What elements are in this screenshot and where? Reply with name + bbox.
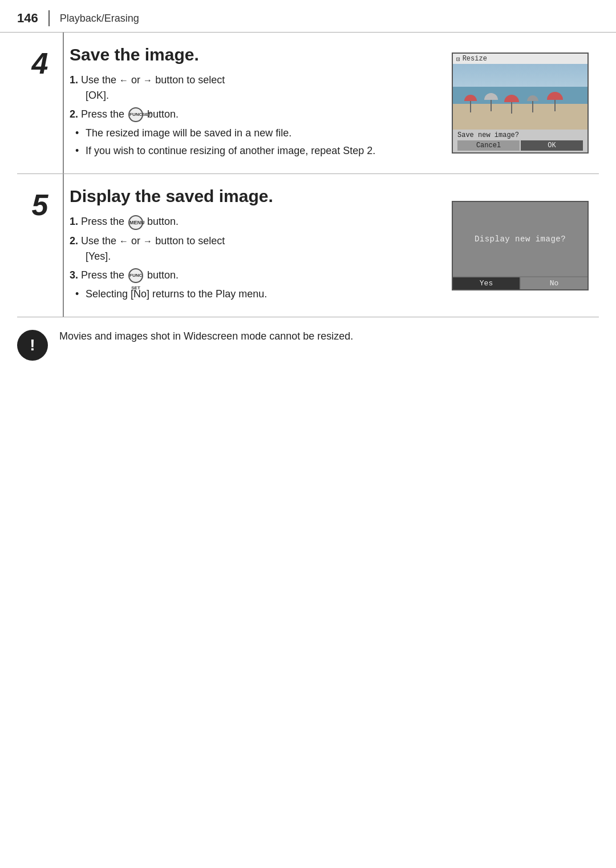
right-arrow-icon: → [143,75,152,85]
step5-i2-num: 2. Use the [70,235,119,247]
cam4-save-text: Save new image? [457,131,583,139]
step5-i2-or: or [131,235,140,247]
step5-i3-suffix: button. [147,269,179,281]
cam4-image-area [453,64,587,130]
cam5-display-text: Display new image? [475,235,566,244]
step-5-number-col: 5 [17,174,63,317]
umbrella-top-4 [527,95,538,101]
step5-func-set-button-icon: FUNC SET [128,268,143,283]
step-5-instruction-2: 2. Use the ← or → button to select [Yes]… [70,233,433,264]
step-4-content: Save the image. 1. Use the ← or → button… [63,33,445,173]
umbrella-pole-1 [470,101,471,112]
step5-i3-num: 3. Press the [70,269,127,281]
umbrella-pole-3 [511,102,512,114]
cam5-no-button: No [521,277,587,289]
page-header: 146 Playback/Erasing [0,0,616,33]
step4-i1-value: [OK]. [86,90,109,101]
func-set-button-icon: FUNCSET [128,107,143,122]
umbrella-3 [504,95,519,114]
umbrella-pole-2 [491,100,492,111]
umbrella-1 [464,95,477,112]
step5-left-arrow-icon: ← [119,236,128,246]
warning-exclamation: ! [30,336,35,354]
umbrella-top-2 [484,93,498,100]
header-divider [48,10,50,26]
step-5-number: 5 [32,190,48,220]
cam4-topbar-label: Resize [463,55,487,63]
step-4-instruction-2: 2. Press the FUNCSET button. [70,107,433,122]
step-4-bullet-2: If you wish to continue resizing of anot… [75,143,433,159]
step-4-camera-screen: ⊡ Resize [452,53,589,154]
umbrella-pole-5 [554,100,556,111]
umbrella-top-3 [504,95,519,102]
page-number: 146 [17,11,38,26]
step-4-bullets: The resized image will be saved in a new… [75,126,433,159]
step4-i1-suffix: button to select [155,74,225,86]
step-4-number: 4 [32,49,48,78]
step-4-instruction-1: 1. Use the ← or → button to select [OK]. [70,72,433,103]
step4-i1-or: or [131,74,140,86]
umbrella-top-1 [464,95,477,101]
warning-icon: ! [17,330,48,361]
step-5-instruction-1: 1. Press the MENU button. [70,214,433,229]
step-4-bullet-1: The resized image will be saved in a new… [75,126,433,141]
step-5-instruction-3: 3. Press the FUNC SET button. [70,268,433,283]
cam5-main-area: Display new image? [453,202,587,276]
cam5-yes-button: Yes [453,277,520,289]
step-4-row: 4 Save the image. 1. Use the ← or → butt… [17,33,599,174]
umbrella-pole-4 [532,101,533,112]
page-header-title: Playback/Erasing [60,13,139,25]
cam5-buttons-row: Yes No [453,277,587,289]
step5-i2-value: [Yes]. [86,251,111,262]
step-5-row: 5 Display the saved image. 1. Press the … [17,174,599,317]
cam4-ok-button: OK [521,140,583,151]
step-5-bullets: Selecting [No] returns to the Play menu. [75,286,433,302]
step-5-content: Display the saved image. 1. Press the ME… [63,174,445,317]
cam4-cancel-button: Cancel [457,140,520,151]
step-4-image-col: ⊡ Resize [445,33,599,173]
step-5-camera-screen: Display new image? Yes No [452,201,589,290]
step4-i2-suffix: button. [147,108,179,120]
step-5-title: Display the saved image. [70,187,433,206]
umbrella-top-5 [547,92,563,100]
step4-i2-num: 2. Press the [70,108,127,120]
warning-box: ! Movies and images shot in Widescreen m… [0,317,616,372]
cam4-buttons-row: Cancel OK [457,140,583,151]
menu-button-icon: MENU [128,215,143,230]
step-4-number-col: 4 [17,33,63,173]
umbrella-4 [527,95,538,112]
step-4-title: Save the image. [70,45,433,64]
step5-i1-num: 1. Press the [70,216,127,227]
step5-i1-suffix: button. [147,216,179,227]
umbrella-2 [484,93,498,111]
cam4-topbar: ⊡ Resize [453,54,587,64]
step4-i1-num: 1. Use the [70,74,119,86]
warning-text: Movies and images shot in Widescreen mod… [59,329,353,344]
main-content: 4 Save the image. 1. Use the ← or → butt… [0,33,616,317]
step-5-image-col: Display new image? Yes No [445,174,599,317]
step-5-bullet-1: Selecting [No] returns to the Play menu. [75,286,433,302]
step5-i2-suffix: button to select [155,235,225,247]
resize-icon: ⊡ [456,55,460,63]
step5-right-arrow-icon: → [143,236,152,246]
umbrella-5 [547,92,563,111]
cam4-bottom-bar: Save new image? Cancel OK [453,130,587,152]
left-arrow-icon: ← [119,75,128,85]
